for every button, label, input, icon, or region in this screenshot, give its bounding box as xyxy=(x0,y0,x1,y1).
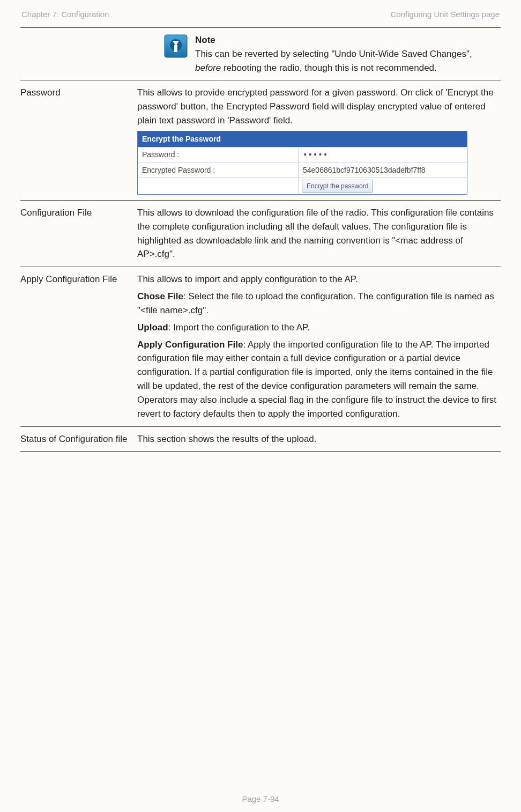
note-icon xyxy=(164,34,188,58)
configfile-description: This allows to download the configuratio… xyxy=(137,201,501,267)
table-row: Configuration File This allows to downlo… xyxy=(20,201,501,267)
row-label-status: Status of Configuration file xyxy=(20,426,137,452)
encrypt-panel-title: Encrypt the Password xyxy=(138,131,467,147)
table-row: Note This can be reverted by selecting "… xyxy=(20,28,501,80)
encrypt-password-panel: Encrypt the Password Password : ••••• En… xyxy=(137,131,467,195)
status-description: This section shows the results of the up… xyxy=(137,426,501,452)
page-footer: Page 7-94 xyxy=(0,794,521,803)
table-row: Apply Configuration File This allows to … xyxy=(20,267,501,426)
header-section: Configuring Unit Settings page xyxy=(391,10,500,19)
config-table: Note This can be reverted by selecting "… xyxy=(20,27,501,452)
svg-rect-2 xyxy=(174,45,177,52)
password-description: This allows to provide encrypted passwor… xyxy=(137,86,497,127)
applyconfig-chosefile: Chose File: Select the file to upload th… xyxy=(137,290,497,318)
header-chapter: Chapter 7: Configuration xyxy=(21,10,109,19)
encrypt-ep-label: Encrypted Password : xyxy=(138,163,299,178)
encrypt-pw-value[interactable]: ••••• xyxy=(299,147,467,162)
note-heading: Note xyxy=(195,33,497,47)
applyconfig-upload: Upload: Import the configuration to the … xyxy=(137,321,497,335)
encrypt-button[interactable]: Encrypt the password xyxy=(302,180,373,193)
table-row: Password This allows to provide encrypte… xyxy=(20,80,501,201)
applyconfig-apply: Apply Configuration File: Apply the impo… xyxy=(137,338,497,421)
page-header: Chapter 7: Configuration Configuring Uni… xyxy=(20,10,501,27)
row-label-applyconfig: Apply Configuration File xyxy=(20,267,137,426)
table-row: Status of Configuration file This sectio… xyxy=(20,426,501,452)
note-body: This can be reverted by selecting "Undo … xyxy=(195,47,497,75)
encrypt-pw-label: Password : xyxy=(138,147,299,162)
row-label-configfile: Configuration File xyxy=(20,201,137,267)
applyconfig-intro: This allows to import and apply configur… xyxy=(137,272,497,286)
row-label-password: Password xyxy=(20,80,137,201)
encrypt-ep-value: 54e06861bcf9710630513dadefbf7ff8 xyxy=(299,163,467,178)
